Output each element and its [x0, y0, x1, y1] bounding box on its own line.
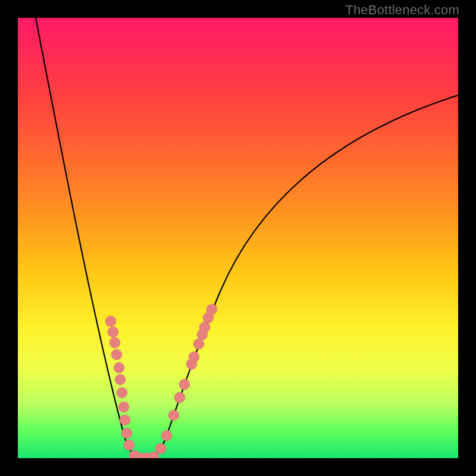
data-marker [179, 379, 190, 390]
data-marker [174, 392, 185, 403]
data-marker [193, 339, 204, 349]
data-marker [115, 374, 126, 385]
chart-frame: TheBottleneck.com [0, 0, 476, 476]
data-marker [189, 352, 199, 362]
data-marker [124, 440, 134, 450]
plot-area [18, 18, 458, 458]
data-marker [117, 387, 127, 398]
data-marker [105, 316, 116, 327]
curve-layer [18, 18, 458, 458]
watermark-text: TheBottleneck.com [345, 2, 459, 18]
data-marker [109, 337, 120, 348]
marker-group [105, 304, 217, 458]
bottleneck-curve [36, 18, 458, 458]
curve-segment [143, 95, 458, 458]
data-marker [121, 428, 132, 439]
data-marker [118, 402, 129, 412]
data-marker [108, 327, 118, 337]
data-marker [155, 443, 166, 454]
data-marker [206, 304, 217, 315]
data-marker [120, 415, 130, 425]
data-marker [114, 362, 124, 373]
data-marker [168, 410, 179, 421]
data-marker [111, 349, 122, 360]
data-marker [199, 322, 210, 333]
data-marker [161, 430, 172, 441]
